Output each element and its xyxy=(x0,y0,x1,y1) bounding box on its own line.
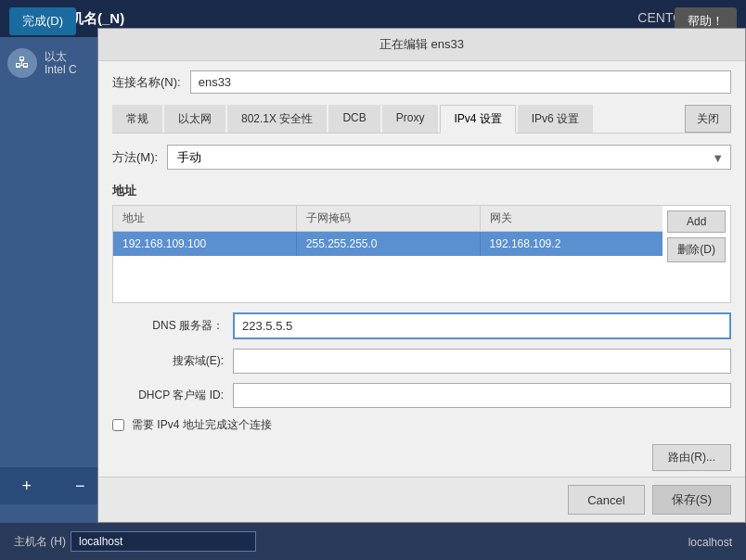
save-button[interactable]: 保存(S) xyxy=(652,485,731,515)
route-button[interactable]: 路由(R)... xyxy=(652,444,731,471)
dialog-title: 正在编辑 ens33 xyxy=(379,37,464,51)
address-section-title: 地址 xyxy=(112,183,731,199)
dhcp-input[interactable] xyxy=(233,383,731,408)
conn-name-row: 连接名称(N): xyxy=(112,70,731,94)
search-domain-label: 搜索域(E): xyxy=(112,353,224,369)
delete-address-button[interactable]: 删除(D) xyxy=(667,237,726,262)
cell-address: 192.168.109.100 xyxy=(113,232,297,256)
col-gateway: 网关 xyxy=(481,206,663,231)
dialog-content: 连接名称(N): 常规 以太网 802.1X 安全性 DCB Proxy IPv… xyxy=(98,61,745,477)
tab-dcb[interactable]: DCB xyxy=(328,105,379,133)
require-ipv4-checkbox[interactable] xyxy=(112,419,124,431)
checkbox-label: 需要 IPv4 地址完成这个连接 xyxy=(132,417,272,433)
conn-name-input[interactable] xyxy=(190,70,731,94)
close-button[interactable]: 关闭 xyxy=(685,105,731,133)
sidebar-add-remove: + − xyxy=(0,467,107,504)
method-row: 方法(M): 手动 自动(DHCP) 仅本地链路 共享给其他计算机 禁用 ▼ xyxy=(112,145,731,170)
cell-subnet: 255.255.255.0 xyxy=(297,232,481,256)
dialog-bottom: Cancel 保存(S) xyxy=(98,477,745,522)
dns-input[interactable] xyxy=(233,312,731,339)
address-table: 地址 子网掩码 网关 192.168.109.100 255.255.255.0… xyxy=(113,206,662,302)
dialog-titlebar: 正在编辑 ens33 xyxy=(98,29,745,61)
route-row: 路由(R)... xyxy=(112,444,731,471)
col-address: 地址 xyxy=(113,206,297,231)
tab-ipv6[interactable]: IPv6 设置 xyxy=(518,105,593,133)
search-domain-row: 搜索域(E): xyxy=(112,349,731,374)
dhcp-label: DHCP 客户端 ID: xyxy=(112,388,224,403)
dns-label: DNS 服务器： xyxy=(112,318,224,334)
search-domain-input[interactable] xyxy=(233,349,731,374)
address-table-wrap: 地址 子网掩码 网关 192.168.109.100 255.255.255.0… xyxy=(112,205,731,303)
checkbox-row: 需要 IPv4 地址完成这个连接 xyxy=(112,417,731,433)
table-header-row: 地址 子网掩码 网关 xyxy=(113,206,662,232)
tabs-row: 常规 以太网 802.1X 安全性 DCB Proxy IPv4 设置 IPv6… xyxy=(112,105,731,134)
hostname-label: 主机名 (H) xyxy=(14,534,66,550)
localhost-display: localhost xyxy=(688,536,732,549)
hostname-input[interactable] xyxy=(71,531,256,552)
table-empty-area xyxy=(113,256,662,302)
method-label: 方法(M): xyxy=(112,149,158,166)
edit-dialog: 正在编辑 ens33 连接名称(N): 常规 以太网 802.1X 安全性 DC… xyxy=(97,28,746,523)
bottom-bar: 主机名 (H) localhost xyxy=(0,523,746,560)
add-connection-button[interactable]: + xyxy=(0,467,54,504)
method-select[interactable]: 手动 自动(DHCP) 仅本地链路 共享给其他计算机 禁用 xyxy=(167,145,731,170)
cancel-button[interactable]: Cancel xyxy=(568,485,644,515)
tab-ethernet[interactable]: 以太网 xyxy=(164,105,225,133)
cell-gateway: 192.168.109.2 xyxy=(481,232,663,256)
col-subnet: 子网掩码 xyxy=(297,206,481,231)
dhcp-row: DHCP 客户端 ID: xyxy=(112,383,731,408)
ethernet-icon: 🖧 xyxy=(7,48,37,78)
tab-general[interactable]: 常规 xyxy=(112,105,162,133)
table-row[interactable]: 192.168.109.100 255.255.255.0 192.168.10… xyxy=(113,232,662,256)
address-buttons: Add 删除(D) xyxy=(662,206,730,302)
tab-proxy[interactable]: Proxy xyxy=(382,105,439,133)
tab-8021x[interactable]: 802.1X 安全性 xyxy=(227,105,327,133)
conn-name-label: 连接名称(N): xyxy=(112,74,181,91)
dns-row: DNS 服务器： xyxy=(112,312,731,339)
sidebar: 🖧 以太 Intel C + − xyxy=(0,37,107,504)
tab-ipv4[interactable]: IPv4 设置 xyxy=(440,105,515,134)
add-address-button[interactable]: Add xyxy=(667,210,726,233)
method-select-wrap: 手动 自动(DHCP) 仅本地链路 共享给其他计算机 禁用 ▼ xyxy=(167,145,731,170)
sidebar-item-label: 以太 Intel C xyxy=(45,50,77,77)
sidebar-item-ethernet[interactable]: 🖧 以太 Intel C xyxy=(0,37,106,89)
complete-button[interactable]: 完成(D) xyxy=(9,7,76,35)
